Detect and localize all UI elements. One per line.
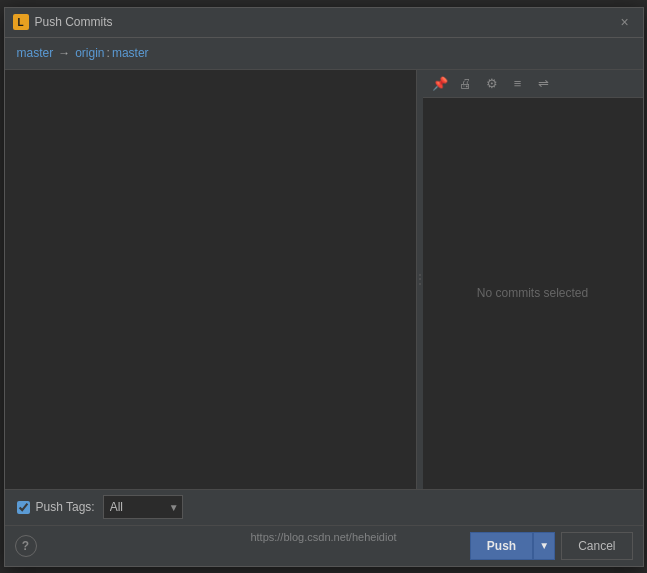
commits-panel[interactable] — [5, 70, 417, 489]
details-toolbar: 📌 🖨 ⚙ ≡ ⇌ — [423, 70, 643, 98]
push-tags-checkbox[interactable] — [17, 501, 30, 514]
toolbar-btn-filter[interactable]: ⇌ — [533, 72, 555, 94]
branch-info-row: master → origin : master — [5, 38, 643, 70]
push-commits-dialog: L Push Commits × master → origin : maste… — [4, 7, 644, 567]
help-button[interactable]: ? — [15, 535, 37, 557]
push-dropdown-button[interactable]: ▼ — [533, 532, 555, 560]
toolbar-btn-print[interactable]: 🖨 — [455, 72, 477, 94]
push-button[interactable]: Push — [470, 532, 533, 560]
push-tags-label-text: Push Tags: — [36, 500, 95, 514]
toolbar-btn-settings[interactable]: ⚙ — [481, 72, 503, 94]
title-bar: L Push Commits × — [5, 8, 643, 38]
bottom-section: Push Tags: All None Ask ▼ ? Push — [5, 489, 643, 566]
branch-arrow: → — [58, 46, 70, 60]
dialog-title: Push Commits — [35, 15, 615, 29]
dialog-wrapper: L Push Commits × master → origin : maste… — [0, 0, 647, 573]
push-btn-group: Push ▼ — [470, 532, 555, 560]
main-content: 📌 🖨 ⚙ ≡ ⇌ No commits selected — [5, 70, 643, 489]
push-tags-select-wrapper: All None Ask ▼ — [103, 495, 183, 519]
local-branch-link[interactable]: master — [17, 46, 54, 60]
resize-handle[interactable] — [417, 70, 423, 489]
close-button[interactable]: × — [615, 12, 635, 32]
no-commits-message: No commits selected — [423, 98, 643, 489]
remote-link[interactable]: origin — [75, 46, 104, 60]
cancel-button[interactable]: Cancel — [561, 532, 632, 560]
action-row: ? Push ▼ Cancel — [5, 526, 643, 566]
push-tags-checkbox-label[interactable]: Push Tags: — [17, 500, 95, 514]
push-dropdown-arrow-icon: ▼ — [539, 540, 549, 551]
right-buttons: Push ▼ Cancel — [470, 532, 633, 560]
push-tags-row: Push Tags: All None Ask ▼ — [5, 490, 643, 526]
branch-separator: : — [107, 46, 110, 60]
details-panel: 📌 🖨 ⚙ ≡ ⇌ No commits selected — [423, 70, 643, 489]
app-icon: L — [13, 14, 29, 30]
toolbar-btn-pin[interactable]: 📌 — [429, 72, 451, 94]
remote-branch-link[interactable]: master — [112, 46, 149, 60]
push-tags-select[interactable]: All None Ask — [103, 495, 183, 519]
toolbar-btn-list[interactable]: ≡ — [507, 72, 529, 94]
